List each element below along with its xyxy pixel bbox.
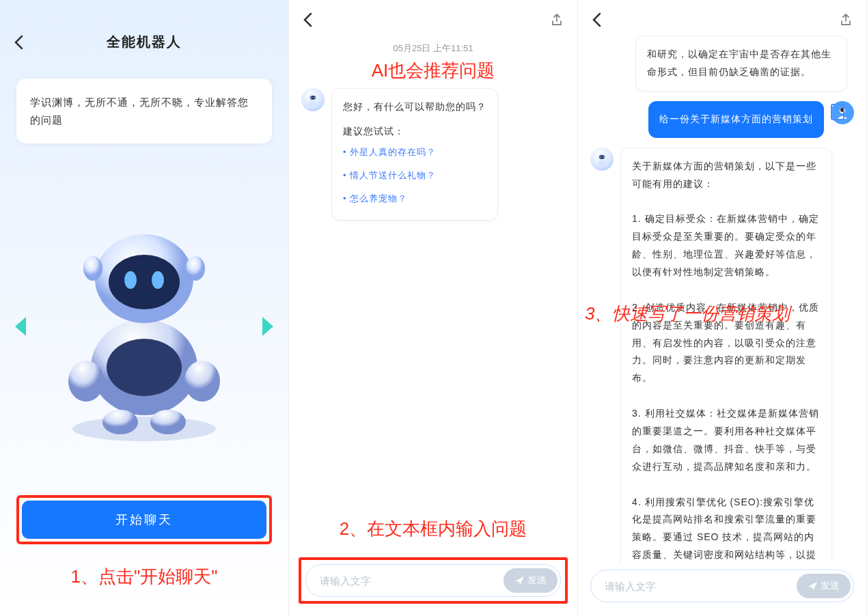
user-message-bubble: 给一份关于新媒体方面的营销策划 — [648, 101, 824, 138]
timestamp: 05月25日 上午11:51 — [301, 36, 565, 59]
input-area-highlight: 发送 — [299, 557, 568, 604]
chat-body: 05月25日 上午11:51 AI也会推荐问题 您好，有什么可以帮助您的吗？ 建… — [289, 36, 577, 503]
suggestion-item[interactable]: 情人节送什么礼物？ — [343, 164, 486, 187]
send-icon — [514, 576, 525, 586]
screen-chat-response: 和研究，以确定在宇宙中是否存在其他生命形式，但目前仍缺乏确凿的证据。 给一份关于… — [578, 0, 867, 616]
svg-point-23 — [603, 156, 604, 158]
svg-point-5 — [124, 271, 137, 289]
header — [578, 0, 866, 36]
back-icon[interactable] — [303, 12, 312, 27]
suggestion-title: 建议您试试： — [343, 123, 486, 141]
bot-message-row: 和研究，以确定在宇宙中是否存在其他生命形式，但目前仍缺乏确凿的证据。 — [590, 36, 854, 92]
screen-intro: 全能机器人 学识渊博，无所不通，无所不晓，专业解答您的问题 开始聊天 — [0, 0, 289, 616]
intro-card: 学识渊博，无所不通，无所不晓，专业解答您的问题 — [16, 79, 272, 143]
svg-point-9 — [68, 361, 104, 402]
share-icon[interactable] — [550, 13, 564, 27]
back-icon[interactable] — [14, 35, 23, 50]
carousel-next-icon[interactable] — [262, 317, 273, 336]
greeting-text: 您好，有什么可以帮助您的吗？ — [343, 98, 486, 116]
header: 全能机器人 — [0, 0, 288, 65]
svg-point-15 — [311, 97, 312, 98]
svg-point-24 — [598, 160, 605, 166]
share-icon[interactable] — [839, 13, 853, 27]
bot-avatar-icon — [301, 88, 325, 111]
send-label: 发送 — [527, 574, 547, 587]
start-chat-button[interactable]: 开始聊天 — [22, 501, 266, 539]
carousel-prev-icon[interactable] — [15, 317, 26, 336]
send-button[interactable]: 发送 — [504, 568, 558, 593]
send-icon — [808, 581, 818, 591]
bot-message-bubble: 您好，有什么可以帮助您的吗？ 建议您试试： 外星人真的存在吗？ 情人节送什么礼物… — [331, 88, 498, 221]
svg-point-10 — [184, 361, 220, 402]
annotation-step-1: 1、点击"开始聊天" — [0, 544, 288, 616]
message-input[interactable] — [605, 580, 797, 592]
bot-message-row: 关于新媒体方面的营销策划，以下是一些可能有用的建议： 1. 确定目标受众：在新媒… — [590, 148, 854, 563]
svg-point-4 — [109, 255, 180, 309]
svg-point-12 — [150, 410, 186, 434]
annotation-step-2: 2、在文本框内输入问题 — [289, 503, 577, 557]
svg-point-2 — [107, 339, 182, 396]
bot-avatar-icon — [590, 148, 614, 171]
svg-point-11 — [102, 410, 138, 434]
svg-point-22 — [600, 156, 601, 158]
robot-carousel — [0, 157, 288, 495]
message-input[interactable] — [320, 575, 504, 587]
copy-icon[interactable] — [831, 104, 844, 120]
back-icon[interactable] — [592, 12, 601, 27]
annotation-ai-suggests: AI也会推荐问题 — [301, 59, 565, 83]
bot-message-bubble: 和研究，以确定在宇宙中是否存在其他生命形式，但目前仍缺乏确凿的证据。 — [635, 36, 847, 92]
send-button[interactable]: 发送 — [797, 574, 851, 598]
page-title: 全能机器人 — [14, 33, 275, 51]
chat-body: 和研究，以确定在宇宙中是否存在其他生命形式，但目前仍缺乏确凿的证据。 给一份关于… — [578, 36, 866, 563]
user-message-row: 给一份关于新媒体方面的营销策划 — [590, 101, 854, 138]
suggestion-item[interactable]: 怎么养宠物？ — [343, 187, 486, 210]
annotation-step-3: 3、快速写了一份营销策划 — [585, 302, 790, 326]
header — [289, 0, 577, 36]
svg-point-8 — [186, 256, 205, 281]
input-area: 发送 — [578, 563, 866, 616]
annotation-highlight-box: 开始聊天 — [16, 495, 272, 544]
bot-message-bubble: 关于新媒体方面的营销策划，以下是一些可能有用的建议： 1. 确定目标受众：在新媒… — [620, 148, 832, 563]
suggestion-item[interactable]: 外星人真的存在吗？ — [343, 141, 486, 164]
robot-illustration — [49, 210, 240, 443]
input-container: 发送 — [305, 564, 561, 597]
svg-point-17 — [309, 101, 316, 107]
input-container: 发送 — [590, 570, 854, 602]
bot-message-row: 您好，有什么可以帮助您的吗？ 建议您试试： 外星人真的存在吗？ 情人节送什么礼物… — [301, 88, 565, 221]
svg-point-0 — [72, 417, 216, 441]
svg-point-16 — [314, 97, 315, 98]
screen-chat-suggestions: 05月25日 上午11:51 AI也会推荐问题 您好，有什么可以帮助您的吗？ 建… — [289, 0, 578, 616]
svg-point-6 — [152, 271, 164, 289]
svg-point-7 — [83, 256, 102, 281]
send-label: 发送 — [821, 580, 840, 592]
